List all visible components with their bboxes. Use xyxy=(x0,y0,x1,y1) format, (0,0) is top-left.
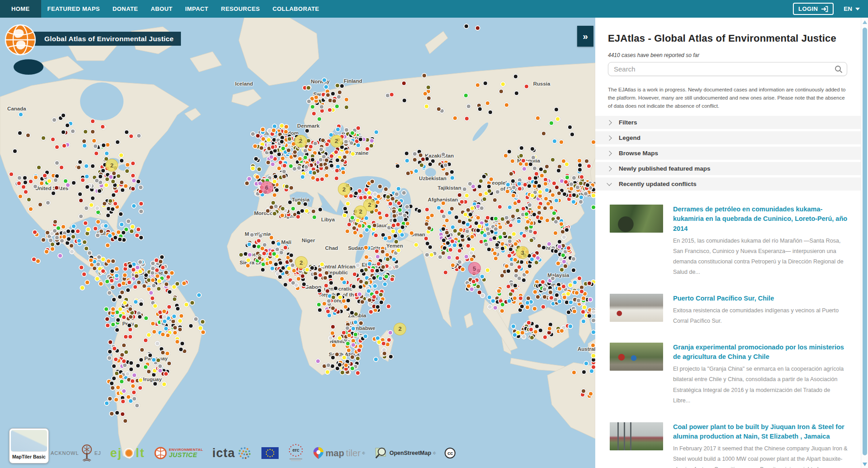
section-legend[interactable]: Legend xyxy=(595,131,861,144)
conflict-marker-dot[interactable] xyxy=(95,205,100,211)
conflict-marker-dot[interactable] xyxy=(330,330,335,336)
conflict-marker-dot[interactable] xyxy=(54,160,60,166)
conflict-marker-dot[interactable] xyxy=(281,174,287,179)
conflict-marker-dot[interactable] xyxy=(572,309,577,314)
conflict-marker-dot[interactable] xyxy=(104,316,110,322)
conflict-marker-dot[interactable] xyxy=(370,268,375,273)
conflict-marker-dot[interactable] xyxy=(544,187,550,193)
conflict-marker-dot[interactable] xyxy=(160,350,166,355)
conflict-marker-dot[interactable] xyxy=(535,115,541,121)
conflict-marker-dot[interactable] xyxy=(507,205,512,210)
conflict-marker-dot[interactable] xyxy=(386,304,391,309)
conflict-marker-dot[interactable] xyxy=(110,179,116,184)
conflict-marker-dot[interactable] xyxy=(280,146,286,151)
conflict-marker-dot[interactable] xyxy=(334,176,339,181)
conflict-marker-dot[interactable] xyxy=(561,234,567,240)
conflict-marker-dot[interactable] xyxy=(121,281,126,286)
conflict-marker-dot[interactable] xyxy=(545,218,550,223)
conflict-marker-dot[interactable] xyxy=(122,300,128,306)
conflict-marker-dot[interactable] xyxy=(450,263,455,268)
conflict-marker-dot[interactable] xyxy=(172,296,177,302)
conflict-marker-dot[interactable] xyxy=(251,244,257,249)
conflict-marker-dot[interactable] xyxy=(54,144,60,150)
conflict-marker-dot[interactable] xyxy=(104,151,109,156)
conflict-marker-dot[interactable] xyxy=(114,410,120,415)
conflict-marker-dot[interactable] xyxy=(177,318,183,324)
conflict-marker-dot[interactable] xyxy=(178,347,184,352)
conflict-marker-dot[interactable] xyxy=(238,252,244,258)
conflict-marker-dot[interactable] xyxy=(130,161,136,166)
conflict-marker-dot[interactable] xyxy=(524,225,529,231)
conflict-marker-dot[interactable] xyxy=(274,187,280,193)
conflict-marker-dot[interactable] xyxy=(341,170,346,175)
conflict-marker-dot[interactable] xyxy=(422,73,427,78)
conflict-marker-dot[interactable] xyxy=(591,330,595,335)
conflict-marker-dot[interactable] xyxy=(134,273,139,279)
conflict-marker-dot[interactable] xyxy=(404,158,410,163)
conflict-marker-dot[interactable] xyxy=(89,202,94,208)
conflict-marker-dot[interactable] xyxy=(69,249,75,254)
conflict-marker-dot[interactable] xyxy=(374,129,379,135)
conflict-marker-dot[interactable] xyxy=(104,177,110,182)
conflict-marker-dot[interactable] xyxy=(310,157,315,162)
conflict-marker-dot[interactable] xyxy=(587,281,592,286)
conflict-marker-dot[interactable] xyxy=(493,216,498,221)
conflict-marker-dot[interactable] xyxy=(250,166,256,171)
conflict-marker-dot[interactable] xyxy=(115,317,121,323)
conflict-marker-dot[interactable] xyxy=(335,158,340,163)
conflict-marker-dot[interactable] xyxy=(450,175,455,181)
conflict-marker-dot[interactable] xyxy=(150,321,156,326)
section-newly-published[interactable]: Newly published featured maps xyxy=(595,162,861,175)
conflict-marker-dot[interactable] xyxy=(269,235,274,240)
nav-impact[interactable]: IMPACT xyxy=(179,0,214,18)
conflict-marker-dot[interactable] xyxy=(51,191,56,196)
conflict-marker-dot[interactable] xyxy=(277,274,283,280)
conflict-marker-dot[interactable] xyxy=(522,233,527,239)
conflict-marker-dot[interactable] xyxy=(584,158,589,164)
conflict-marker-dot[interactable] xyxy=(315,358,321,364)
conflict-marker-dot[interactable] xyxy=(104,182,109,188)
conflict-marker-dot[interactable] xyxy=(353,320,358,325)
conflict-marker-dot[interactable] xyxy=(591,193,595,198)
conflict-marker-dot[interactable] xyxy=(150,296,155,301)
conflict-marker-dot[interactable] xyxy=(330,324,336,330)
conflict-marker-dot[interactable] xyxy=(120,411,125,417)
conflict-marker-dot[interactable] xyxy=(363,245,369,250)
conflict-marker-dot[interactable] xyxy=(172,330,178,335)
conflict-marker-dot[interactable] xyxy=(120,187,125,193)
conflict-marker-dot[interactable] xyxy=(181,281,187,286)
conflict-marker-dot[interactable] xyxy=(342,154,347,160)
conflict-marker-dot[interactable] xyxy=(17,175,22,181)
conflict-marker-dot[interactable] xyxy=(554,107,559,112)
conflict-marker-dot[interactable] xyxy=(469,250,474,256)
conflict-marker-dot[interactable] xyxy=(583,191,588,196)
conflict-marker-dot[interactable] xyxy=(458,227,464,233)
conflict-marker-dot[interactable] xyxy=(70,229,76,234)
ejolt-logo[interactable]: ej lt xyxy=(110,446,145,460)
conflict-marker-dot[interactable] xyxy=(166,361,172,366)
conflict-title-link[interactable]: Puerto Corral Pacífico Sur, Chile xyxy=(673,294,848,303)
conflict-marker-dot[interactable] xyxy=(143,364,148,370)
conflict-marker-dot[interactable] xyxy=(542,287,547,292)
conflict-marker-dot[interactable] xyxy=(526,296,531,301)
conflict-marker-dot[interactable] xyxy=(133,299,138,305)
conflict-marker-dot[interactable] xyxy=(303,201,308,207)
conflict-marker-dot[interactable] xyxy=(482,196,487,202)
conflict-marker-dot[interactable] xyxy=(130,378,135,384)
conflict-marker-dot[interactable] xyxy=(384,252,390,258)
conflict-marker-dot[interactable] xyxy=(306,99,312,104)
conflict-thumbnail[interactable] xyxy=(610,294,663,322)
conflict-marker-dot[interactable] xyxy=(296,165,302,171)
conflict-marker-dot[interactable] xyxy=(388,201,393,206)
conflict-marker-dot[interactable] xyxy=(334,168,340,173)
conflict-marker-dot[interactable] xyxy=(509,262,514,267)
conflict-marker-dot[interactable] xyxy=(190,300,195,306)
conflict-marker-dot[interactable] xyxy=(537,189,543,195)
conflict-marker-dot[interactable] xyxy=(356,348,362,353)
conflict-marker-dot[interactable] xyxy=(500,246,505,251)
conflict-marker-dot[interactable] xyxy=(247,242,252,247)
conflict-marker-dot[interactable] xyxy=(128,263,133,269)
conflict-marker-dot[interactable] xyxy=(41,135,46,141)
conflict-marker-dot[interactable] xyxy=(313,275,318,281)
conflict-marker-dot[interactable] xyxy=(351,326,356,331)
